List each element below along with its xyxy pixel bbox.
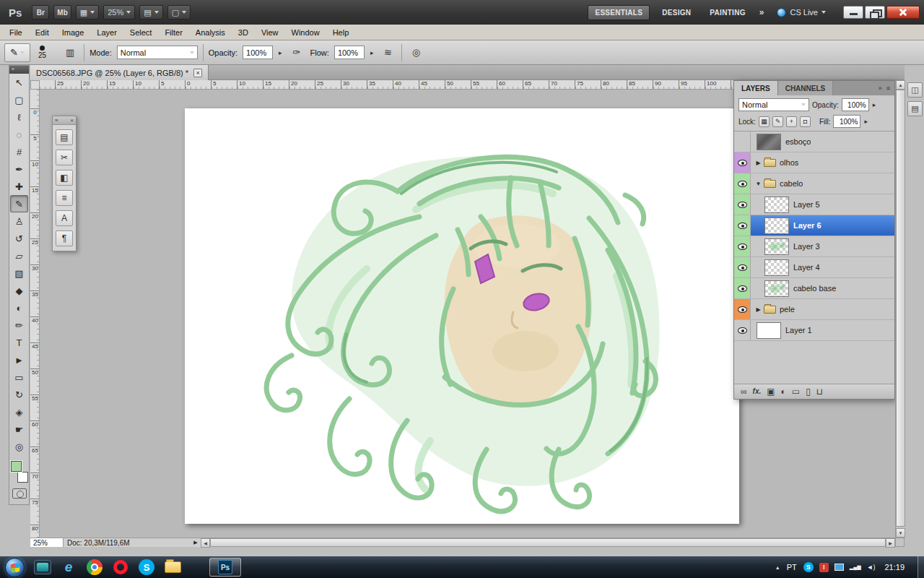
bridge-button[interactable]: Br xyxy=(32,5,49,20)
brush-preset-picker[interactable]: 25 xyxy=(35,46,56,59)
visibility-toggle[interactable] xyxy=(734,215,751,236)
layer-row-cabelo[interactable]: ▼cabelo xyxy=(734,173,894,194)
minimize-button[interactable] xyxy=(843,6,863,19)
spot-healing-brush-tool[interactable]: ✚ xyxy=(10,178,28,195)
path-selection-tool[interactable]: ► xyxy=(10,351,28,368)
layer-opacity-arrow[interactable]: ▸ xyxy=(872,101,877,108)
layer-thumbnail[interactable] xyxy=(764,280,789,297)
move-tool[interactable]: ↖ xyxy=(10,74,28,91)
visibility-toggle[interactable] xyxy=(734,131,751,152)
3d-orbit-tool[interactable]: ◈ xyxy=(10,403,28,420)
opacity-slider-arrow[interactable]: ▸ xyxy=(278,49,283,56)
menu-analysis[interactable]: Analysis xyxy=(189,26,232,39)
menu-image[interactable]: Image xyxy=(56,26,91,39)
new-layer-icon[interactable]: ▯ xyxy=(806,387,811,396)
workspace-design[interactable]: DESIGN xyxy=(655,6,697,20)
mini-panel-collapse-button[interactable]: » xyxy=(55,117,58,124)
toolbox-collapse-button[interactable]: » xyxy=(9,66,29,74)
layer-thumbnail[interactable] xyxy=(764,259,789,276)
panel-icon-clone-source[interactable]: ✂ xyxy=(56,150,73,165)
blend-mode-select[interactable]: Normal xyxy=(117,46,198,59)
restore-button[interactable] xyxy=(865,6,885,19)
rectangular-marquee-tool[interactable]: ▢ xyxy=(10,91,28,108)
vertical-ruler[interactable]: 05101520253035404550556065707580 xyxy=(30,90,40,538)
layer-style-icon[interactable]: fx. xyxy=(753,388,762,395)
layer-row-olhos[interactable]: ▶olhos xyxy=(734,152,894,173)
explorer-folder-icon[interactable] xyxy=(163,558,182,577)
tray-network-icon[interactable]: ▂▄▆ xyxy=(850,564,861,570)
panel-icon-histogram[interactable]: ◧ xyxy=(56,170,73,186)
flow-slider-arrow[interactable]: ▸ xyxy=(370,49,375,56)
language-indicator[interactable]: PT xyxy=(787,563,797,571)
start-button[interactable] xyxy=(5,558,25,577)
brush-tool[interactable]: ✎ xyxy=(10,195,28,212)
expand-group-icon[interactable]: ▶ xyxy=(754,160,763,166)
pressure-opacity-button[interactable]: ✑ xyxy=(288,44,305,61)
tab-layers[interactable]: LAYERS xyxy=(734,81,778,95)
zoom-level-select[interactable]: 25% xyxy=(103,5,135,20)
tray-display-icon[interactable] xyxy=(834,564,844,571)
visibility-toggle[interactable] xyxy=(734,152,751,173)
expand-group-icon[interactable]: ▶ xyxy=(754,306,763,313)
visibility-toggle[interactable] xyxy=(734,236,751,256)
eyedropper-tool[interactable]: ✒ xyxy=(10,160,28,178)
layer-row-pele[interactable]: ▶pele xyxy=(734,299,894,320)
panel-collapse-icon[interactable]: » xyxy=(879,85,882,92)
opera-icon[interactable] xyxy=(111,558,130,577)
menu-window[interactable]: Window xyxy=(285,26,326,39)
ruler-origin-box[interactable] xyxy=(30,80,40,90)
chrome-icon[interactable] xyxy=(85,558,104,577)
internet-explorer-icon[interactable]: e xyxy=(59,558,78,577)
lock-position-icon[interactable]: + xyxy=(786,116,797,127)
view-extras-button[interactable]: ▤ xyxy=(139,5,162,20)
airbrush-button[interactable]: ≋ xyxy=(379,44,396,61)
add-layer-mask-icon[interactable]: ▣ xyxy=(767,387,775,396)
menu-select[interactable]: Select xyxy=(123,26,159,39)
panel-menu-icon[interactable]: ≡ xyxy=(886,85,890,92)
gradient-tool[interactable]: ▧ xyxy=(10,264,28,282)
layer-opacity-field[interactable]: 100% xyxy=(842,98,869,111)
taskbar-clock[interactable]: 21:19 xyxy=(881,563,911,571)
status-menu-arrow[interactable]: ▶ xyxy=(191,540,201,545)
pressure-size-button[interactable]: ◎ xyxy=(407,44,424,61)
status-zoom-field[interactable]: 25% xyxy=(30,538,64,547)
pen-tool[interactable]: ✏ xyxy=(10,316,28,334)
media-player-icon[interactable] xyxy=(33,558,52,577)
show-desktop-button[interactable] xyxy=(918,556,924,578)
panel-icon-character[interactable]: A xyxy=(56,210,73,226)
vertical-scroll-thumb[interactable] xyxy=(896,90,905,527)
menu-file[interactable]: File xyxy=(3,26,29,39)
layer-row-layer-6[interactable]: Layer 6 xyxy=(734,215,894,236)
new-group-icon[interactable]: ▭ xyxy=(792,387,800,396)
screen-mode-button[interactable]: ▢ xyxy=(167,5,191,20)
type-tool[interactable]: T xyxy=(10,334,28,351)
skype-icon[interactable]: S xyxy=(137,558,156,577)
link-layers-icon[interactable]: ∞ xyxy=(741,387,747,396)
layer-thumbnail[interactable] xyxy=(757,322,781,339)
workspace-essentials[interactable]: ESSENTIALS xyxy=(588,5,650,20)
panel-icon-paragraph[interactable]: ¶ xyxy=(56,230,73,246)
visibility-toggle[interactable] xyxy=(734,173,751,194)
scroll-right-icon[interactable]: ▶ xyxy=(886,538,895,548)
arrange-documents-button[interactable]: ▦ xyxy=(76,5,99,20)
document-tab[interactable]: DSC06568.JPG @ 25% (Layer 6, RGB/8) * × xyxy=(30,65,209,80)
collapse-group-icon[interactable]: ▼ xyxy=(754,181,763,187)
panel-icon-styles[interactable]: ▤ xyxy=(56,129,73,145)
vertical-scrollbar[interactable]: ▲ ▼ xyxy=(895,80,905,538)
eraser-tool[interactable]: ▱ xyxy=(10,247,28,264)
layer-row-layer-1[interactable]: Layer 1 xyxy=(734,320,894,341)
visibility-toggle[interactable] xyxy=(734,299,751,319)
dock-panel-button-1[interactable]: ◫ xyxy=(907,82,923,98)
hand-tool[interactable]: ☛ xyxy=(10,420,28,438)
menu-layer[interactable]: Layer xyxy=(90,26,123,39)
scroll-down-icon[interactable]: ▼ xyxy=(896,528,905,538)
lock-pixels-icon[interactable]: ✎ xyxy=(772,116,783,127)
lock-transparency-icon[interactable]: ▦ xyxy=(759,116,770,127)
layer-row-layer-4[interactable]: Layer 4 xyxy=(734,257,894,278)
menu-filter[interactable]: Filter xyxy=(158,26,188,39)
rectangle-tool[interactable]: ▭ xyxy=(10,368,28,386)
layer-thumbnail[interactable] xyxy=(757,134,781,150)
layer-thumbnail[interactable] xyxy=(764,217,789,234)
3d-rotate-tool[interactable]: ↻ xyxy=(10,386,28,403)
canvas[interactable] xyxy=(185,108,739,524)
